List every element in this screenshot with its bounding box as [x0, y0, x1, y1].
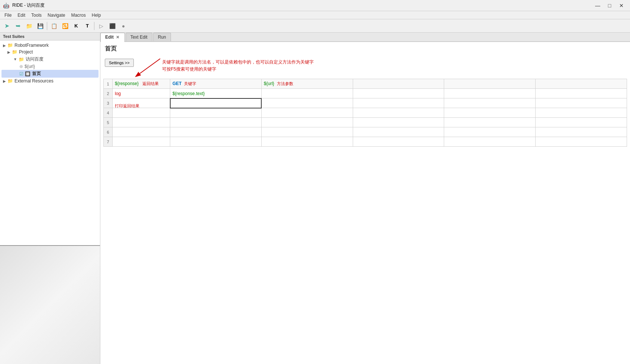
- tree-label-rf: RobotFramework: [14, 43, 49, 48]
- tree-item-external[interactable]: ▶ 📁 External Resources: [1, 78, 98, 84]
- cell-7-3[interactable]: [261, 137, 353, 147]
- cell-4-4[interactable]: [353, 108, 444, 118]
- toolbar-btn-save[interactable]: 💾: [35, 21, 45, 31]
- cell-6-2[interactable]: [170, 127, 262, 137]
- menu-bar: File Edit Tools Navigate Macros Help: [0, 11, 630, 19]
- settings-annotation-area: Settings >> 关键字就是调用的方法名，可以是依赖包中的，也可以自定义: [103, 57, 627, 74]
- tab-edit[interactable]: Edit ✕: [100, 33, 125, 42]
- toolbar-btn-folder[interactable]: 📁: [24, 21, 34, 31]
- cell-7-5[interactable]: [444, 137, 536, 147]
- cell-5-1[interactable]: [113, 118, 170, 127]
- cell-1-5[interactable]: [444, 79, 536, 89]
- cell-7-6[interactable]: [536, 137, 627, 147]
- cell-3-6[interactable]: [536, 98, 627, 108]
- tabs: Edit ✕ Text Edit Run: [100, 33, 630, 42]
- tab-edit-close[interactable]: ✕: [115, 35, 120, 40]
- toolbar-btn-open[interactable]: ➥: [13, 21, 23, 31]
- menu-navigate[interactable]: Navigate: [45, 11, 68, 19]
- cell-4-1[interactable]: [113, 108, 170, 118]
- cell-1-1[interactable]: ${response} 返回结果: [113, 79, 170, 89]
- row-num-7: 7: [104, 137, 113, 147]
- tree-label-homepage: 首页: [32, 71, 41, 77]
- toolbar-btn-run[interactable]: ▷: [96, 21, 106, 31]
- collapse-icon-rf: ▶: [3, 43, 6, 48]
- menu-tools[interactable]: Tools: [28, 11, 45, 19]
- cell-2-4[interactable]: [353, 89, 444, 98]
- tree-item-project[interactable]: ▶ 📁 Project: [1, 49, 98, 55]
- settings-button[interactable]: Settings >>: [105, 59, 134, 67]
- cell-4-5[interactable]: [444, 108, 536, 118]
- menu-edit[interactable]: Edit: [14, 11, 28, 19]
- annotation-line2: 可按F5搜索可使用的关键字: [162, 66, 626, 73]
- cell-1-4[interactable]: [353, 79, 444, 89]
- folder-icon-external: 📁: [7, 78, 13, 84]
- main-layout: Test Suites ▶ 📁 RobotFramework ▶ 📁 Proje…: [0, 33, 630, 364]
- cell-7-4[interactable]: [353, 137, 444, 147]
- cell-5-5[interactable]: [444, 118, 536, 127]
- menu-macros[interactable]: Macros: [68, 11, 88, 19]
- cell-2-3[interactable]: [261, 89, 353, 98]
- cell-5-2[interactable]: [170, 118, 262, 127]
- cell-4-3[interactable]: [261, 108, 353, 118]
- cell-2-5[interactable]: [444, 89, 536, 98]
- table-row: 2 log ${response.text}: [104, 89, 627, 98]
- tree-label-project: Project: [19, 49, 33, 55]
- cell-5-3[interactable]: [261, 118, 353, 127]
- cell-url: ${url}: [264, 81, 274, 86]
- minimize-button[interactable]: —: [592, 1, 603, 10]
- cell-1-6[interactable]: [536, 79, 627, 89]
- sidebar: Test Suites ▶ 📁 RobotFramework ▶ 📁 Proje…: [0, 33, 100, 364]
- svg-line-1: [140, 59, 160, 74]
- cell-6-6[interactable]: [536, 127, 627, 137]
- annotation-container: 关键字就是调用的方法名，可以是依赖包中的，也可以自定义方法作为关键字 可按F5搜…: [140, 59, 626, 73]
- tree-item-robotframework[interactable]: ▶ 📁 RobotFramework: [1, 42, 98, 49]
- tab-edit-label: Edit: [105, 35, 114, 40]
- toolbar-btn-stop[interactable]: ⬛: [107, 21, 117, 31]
- cell-7-2[interactable]: [170, 137, 262, 147]
- cell-5-4[interactable]: [353, 118, 444, 127]
- toolbar-btn-record[interactable]: ●: [118, 21, 129, 31]
- cell-5-6[interactable]: [536, 118, 627, 127]
- toolbar-btn-k[interactable]: K: [71, 21, 81, 31]
- tree-item-visitbaidu[interactable]: ▼ 📁 访问百度: [1, 55, 98, 63]
- tab-textedit[interactable]: Text Edit: [126, 33, 152, 41]
- cell-1-3[interactable]: ${url} 方法参数: [261, 79, 353, 89]
- cell-4-6[interactable]: [536, 108, 627, 118]
- cell-6-5[interactable]: [444, 127, 536, 137]
- cell-3-3[interactable]: [261, 98, 353, 108]
- table-row: 4: [104, 108, 627, 118]
- cell-4-2[interactable]: [170, 108, 262, 118]
- sidebar-preview: [0, 246, 100, 364]
- close-button[interactable]: ✕: [616, 1, 627, 10]
- cell-3-4[interactable]: [353, 98, 444, 108]
- row-num-2: 2: [104, 89, 113, 98]
- toolbar-btn-t[interactable]: T: [82, 21, 93, 31]
- cell-3-5[interactable]: [444, 98, 536, 108]
- annotation-line1: 关键字就是调用的方法名，可以是依赖包中的，也可以自定义方法作为关键字: [162, 59, 626, 66]
- cell-1-2[interactable]: GET 关键字: [170, 79, 262, 89]
- cell-3-2[interactable]: [170, 98, 262, 108]
- cell-2-1[interactable]: log: [113, 89, 170, 98]
- cell-7-1[interactable]: [113, 137, 170, 147]
- toolbar-btn-copy[interactable]: 📋: [49, 21, 59, 31]
- print-annotation: 打印返回结果: [115, 103, 139, 108]
- table-row: 6: [104, 127, 627, 137]
- table-row: 7: [104, 137, 627, 147]
- cell-2-2[interactable]: ${response.text}: [170, 89, 262, 98]
- cell-6-1[interactable]: [113, 127, 170, 137]
- toolbar-btn-new[interactable]: ➤: [1, 21, 12, 31]
- cell-6-4[interactable]: [353, 127, 444, 137]
- cell-6-3[interactable]: [261, 127, 353, 137]
- menu-file[interactable]: File: [1, 11, 14, 19]
- tree-item-homepage[interactable]: ☑ 🔲 首页: [1, 70, 98, 78]
- toolbar-btn-refresh[interactable]: 🔁: [60, 21, 70, 31]
- cell-2-6[interactable]: [536, 89, 627, 98]
- tab-run[interactable]: Run: [153, 33, 171, 41]
- cell-3-1[interactable]: 打印返回结果: [113, 98, 170, 108]
- cell-log: log: [115, 91, 121, 96]
- tree-item-url[interactable]: ⊕ ${url}: [1, 63, 98, 70]
- menu-help[interactable]: Help: [89, 11, 104, 19]
- maximize-button[interactable]: □: [604, 1, 615, 10]
- folder-icon-rf: 📁: [7, 43, 13, 48]
- cell-value-return: ${response}: [115, 81, 139, 86]
